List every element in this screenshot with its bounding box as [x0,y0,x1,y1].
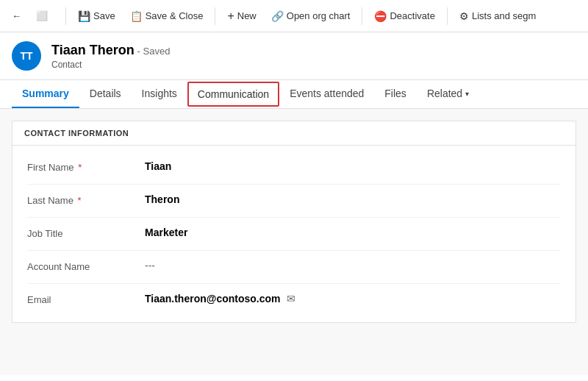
field-row-lastname: Last Name * Theron [12,185,576,217]
record-header: TT Tiaan Theron - Saved Contact [0,32,588,80]
tab-insights[interactable]: Insights [132,80,187,108]
save-close-button[interactable]: 📋 Save & Close [124,7,209,25]
toolbar-divider-4 [447,7,448,25]
avatar: TT [12,41,41,71]
org-chart-button[interactable]: 🔗 Open org chart [265,7,356,25]
save-icon: 💾 [78,10,90,22]
back-button[interactable]: ← [6,7,27,24]
toolbar-divider-1 [65,7,66,25]
field-value-firstname[interactable]: Tiaan [145,160,561,172]
save-close-icon: 📋 [130,10,143,22]
field-value-accountname[interactable]: --- [145,260,561,271]
field-label-jobtitle: Job Title [27,227,145,239]
record-type: Contact [51,60,170,70]
lists-label: Lists and segm [472,10,536,21]
back-icon: ← [12,10,21,21]
tab-bar: Summary Details Insights Communication E… [0,80,588,109]
section-body: First Name * Tiaan Last Name * Theron Jo… [12,146,576,322]
new-label: New [237,10,257,21]
contact-name: Tiaan Theron [51,43,135,57]
toolbar-divider-2 [215,7,215,25]
toolbar-nav: ← ⬜ [6,7,54,24]
lists-icon: ⚙ [459,10,469,22]
field-value-email[interactable]: Tiaan.theron@contoso.com [145,293,281,305]
tab-communication[interactable]: Communication [187,82,279,107]
field-label-firstname: First Name * [27,160,145,173]
new-icon: + [227,10,234,23]
save-close-label: Save & Close [146,10,204,21]
restore-icon: ⬜ [36,10,48,21]
toolbar-divider-3 [362,7,362,25]
field-label-lastname: Last Name * [27,193,145,206]
record-info: Tiaan Theron - Saved Contact [51,43,170,70]
main-content: CONTACT INFORMATION First Name * Tiaan L… [0,109,588,375]
tab-events[interactable]: Events attended [279,80,374,108]
org-chart-label: Open org chart [287,10,351,21]
field-value-jobtitle[interactable]: Marketer [145,227,561,238]
avatar-initials: TT [20,50,32,62]
restore-button[interactable]: ⬜ [30,7,54,24]
record-name-line: Tiaan Theron - Saved [51,43,170,58]
save-label: Save [93,10,115,21]
section-header: CONTACT INFORMATION [12,121,576,146]
deactivate-button[interactable]: ⛔ Deactivate [368,7,440,25]
deactivate-label: Deactivate [390,10,434,21]
saved-indicator: - Saved [137,46,171,57]
field-row-firstname: First Name * Tiaan [12,152,576,184]
required-indicator: * [78,162,82,173]
toolbar: ← ⬜ 💾 Save 📋 Save & Close + New 🔗 Open o… [0,0,588,32]
field-label-accountname: Account Name [27,260,145,272]
field-row-email: Email Tiaan.theron@contoso.com ✉ [12,284,576,316]
field-row-jobtitle: Job Title Marketer [12,218,576,250]
deactivate-icon: ⛔ [374,10,387,22]
field-value-lastname[interactable]: Theron [145,193,561,205]
required-indicator-2: * [78,195,82,206]
chevron-down-icon: ▾ [465,90,469,98]
save-button[interactable]: 💾 Save [72,7,121,25]
field-row-accountname: Account Name --- [12,251,576,283]
lists-button[interactable]: ⚙ Lists and segm [453,7,542,25]
tab-related[interactable]: Related ▾ [417,80,479,108]
org-chart-icon: 🔗 [271,10,284,22]
tab-summary[interactable]: Summary [12,80,79,108]
tab-details[interactable]: Details [79,80,132,108]
new-button[interactable]: + New [221,7,262,26]
email-value-row: Tiaan.theron@contoso.com ✉ [145,293,295,305]
contact-info-section: CONTACT INFORMATION First Name * Tiaan L… [12,121,576,323]
field-label-email: Email [27,293,145,305]
tab-files[interactable]: Files [374,80,417,108]
send-email-icon[interactable]: ✉ [287,293,295,305]
